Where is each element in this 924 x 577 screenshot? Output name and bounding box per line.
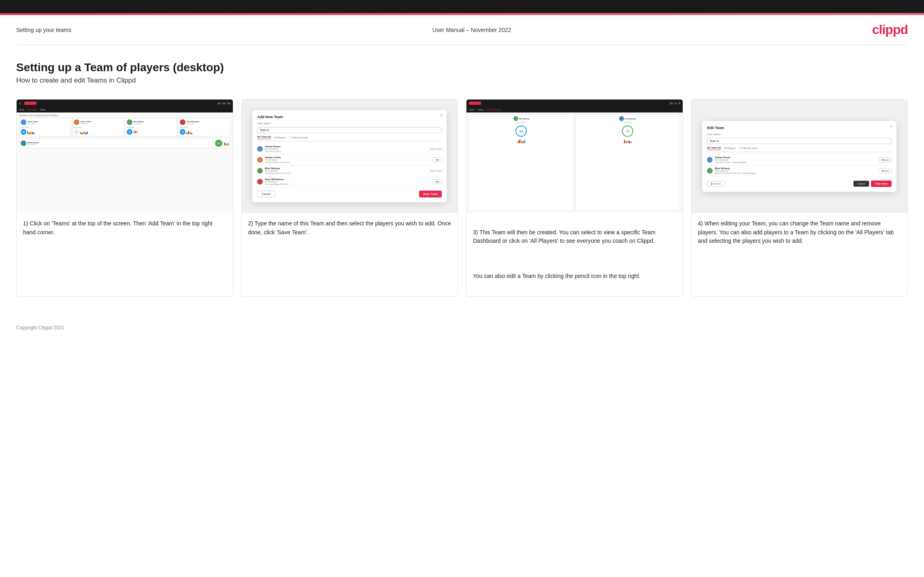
player-item: Dave Billingham 1.5 HandicapThe Gog Mago…: [257, 176, 442, 187]
player-item: Blair McHarg Plus HandicapRoyal North De…: [707, 165, 892, 176]
header-left-text: Setting up your teams: [16, 27, 71, 33]
card-4-text: 4) When editing your Team, you can chang…: [692, 213, 908, 296]
edit-filter-by-name[interactable]: Filter by name: [739, 147, 758, 149]
edit-filter-checkbox[interactable]: [739, 147, 741, 149]
player-club: Plus HandicapRoyal North Devon Golf Club…: [715, 170, 877, 174]
delete-team-button[interactable]: 🗑 Delete: [707, 181, 724, 187]
player-item: Blair McHarg Plus HandicapRoyal North De…: [257, 165, 442, 176]
modal-close-icon[interactable]: ×: [440, 113, 443, 118]
card-4: Edit Team × Team Name * My Team (2) All …: [691, 99, 908, 297]
add-player-button[interactable]: Add: [432, 179, 442, 184]
avatar: [257, 157, 263, 163]
card-2-text: 2) Type the name of this Team and then s…: [242, 213, 458, 296]
modal-footer: Cancel Save Team: [257, 191, 442, 197]
card-1-text: 1) Click on 'Teams' at the top of the sc…: [17, 213, 233, 296]
cards-grid: Home My Clippd Teams Showing 4 out of 4 …: [16, 99, 908, 297]
player-status: Player Added: [430, 148, 442, 150]
edit-save-team-button[interactable]: Save Team: [871, 180, 892, 187]
edit-modal-tabs: My Team (2) All Players Filter by name: [707, 146, 892, 152]
filter-checkbox[interactable]: [289, 136, 292, 139]
player-item: Adrian Coliba 1.5 HandicapCentral London…: [257, 155, 442, 165]
player-info: Adrian Coliba 1.5 HandicapCentral London…: [265, 156, 430, 163]
tab-all-players[interactable]: All Players: [274, 136, 285, 139]
card-3-para2: You can also edit a Team by clicking the…: [473, 272, 676, 281]
card-1: Home My Clippd Teams Showing 4 out of 4 …: [16, 99, 233, 297]
card-1-screenshot: Home My Clippd Teams Showing 4 out of 4 …: [17, 100, 233, 213]
remove-player-button[interactable]: Remove: [879, 157, 892, 162]
avatar: [707, 168, 713, 174]
save-team-button[interactable]: Save Team: [419, 191, 442, 197]
edit-tab-all-players[interactable]: All Players: [724, 147, 735, 149]
edit-team-modal: Edit Team × Team Name * My Team (2) All …: [702, 121, 896, 192]
cancel-button[interactable]: Cancel: [257, 191, 275, 197]
card-3-para1: 3) This Team will then be created. You c…: [473, 228, 676, 246]
player-item: Adrian Player Plus HandicapThe Shire Lon…: [707, 155, 892, 165]
modal-tabs: My Team (2) All Players Filter by name: [257, 136, 442, 141]
copyright-text: Copyright Clippd 2021: [16, 325, 64, 331]
avatar: [257, 179, 263, 185]
player-info: Blair McHarg Plus HandicapRoyal North De…: [265, 167, 428, 174]
top-bar: [0, 0, 924, 13]
logo: clippd: [872, 22, 908, 37]
player-info: Adrian Player Plus HandicapThe Shire Lon…: [715, 156, 877, 163]
player-info: Blair McHarg Plus HandicapRoyal North De…: [715, 167, 877, 174]
player-status: Player Added: [430, 170, 442, 172]
edit-team-name-input[interactable]: [707, 138, 892, 144]
page-title: Setting up a Team of players (desktop): [16, 61, 908, 74]
trash-icon: 🗑: [711, 182, 713, 185]
player-info: Dave Billingham 1.5 HandicapThe Gog Mago…: [265, 178, 430, 185]
card-3-screenshot: Home Teams My Performance Blair McHarg P…: [466, 100, 683, 213]
player-info: Adrian Player Plus HandicapThe Shire Lon…: [265, 145, 428, 153]
edit-modal-close-icon[interactable]: ×: [890, 124, 892, 129]
edit-player-list: Adrian Player Plus HandicapThe Shire Lon…: [707, 155, 892, 176]
modal-title: Add New Team: [257, 115, 442, 119]
card-2: Add New Team × Team Name * My Team (2) A…: [241, 99, 458, 297]
edit-tab-my-team[interactable]: My Team (2): [707, 146, 721, 150]
page-subtitle: How to create and edit Teams in Clippd: [16, 76, 908, 85]
player-club: Plus HandicapRoyal North Devon Golf Club: [265, 170, 428, 174]
main-content: Setting up a Team of players (desktop) H…: [0, 45, 924, 317]
card-3-text: 3) This Team will then be created. You c…: [466, 213, 683, 296]
player-item: Adrian Player Plus HandicapThe Shire Lon…: [257, 144, 442, 155]
avatar: [257, 168, 263, 174]
player-club: 1.5 HandicapThe Gog Magog Golf Club: [265, 180, 430, 185]
player-club: Plus HandicapThe Shire London: [265, 148, 428, 153]
card-4-screenshot: Edit Team × Team Name * My Team (2) All …: [692, 100, 908, 213]
edit-team-name-label: Team Name *: [707, 133, 892, 136]
team-name-label: Team Name *: [257, 122, 442, 125]
avatar: [707, 157, 713, 163]
tab-my-team[interactable]: My Team (2): [257, 136, 271, 139]
card-3: Home Teams My Performance Blair McHarg P…: [466, 99, 683, 297]
footer: Copyright Clippd 2021: [0, 317, 924, 339]
player-club: Plus HandicapThe Shire London, United Ki…: [715, 159, 877, 163]
add-player-button[interactable]: Add: [432, 157, 442, 162]
edit-cancel-button[interactable]: Cancel: [853, 180, 870, 187]
remove-player-button[interactable]: Remove: [879, 168, 892, 173]
player-club: 1.5 HandicapCentral London Golf Centre: [265, 159, 430, 163]
avatar: [257, 146, 263, 152]
card-2-screenshot: Add New Team × Team Name * My Team (2) A…: [242, 100, 458, 213]
add-team-modal: Add New Team × Team Name * My Team (2) A…: [252, 110, 447, 202]
header-center-text: User Manual – November 2022: [432, 27, 511, 33]
team-name-input[interactable]: [257, 127, 442, 133]
player-list: Adrian Player Plus HandicapThe Shire Lon…: [257, 144, 442, 187]
edit-modal-title: Edit Team: [707, 126, 892, 130]
filter-by-name[interactable]: Filter by name: [289, 136, 308, 139]
header: Setting up your teams User Manual – Nove…: [0, 15, 924, 45]
